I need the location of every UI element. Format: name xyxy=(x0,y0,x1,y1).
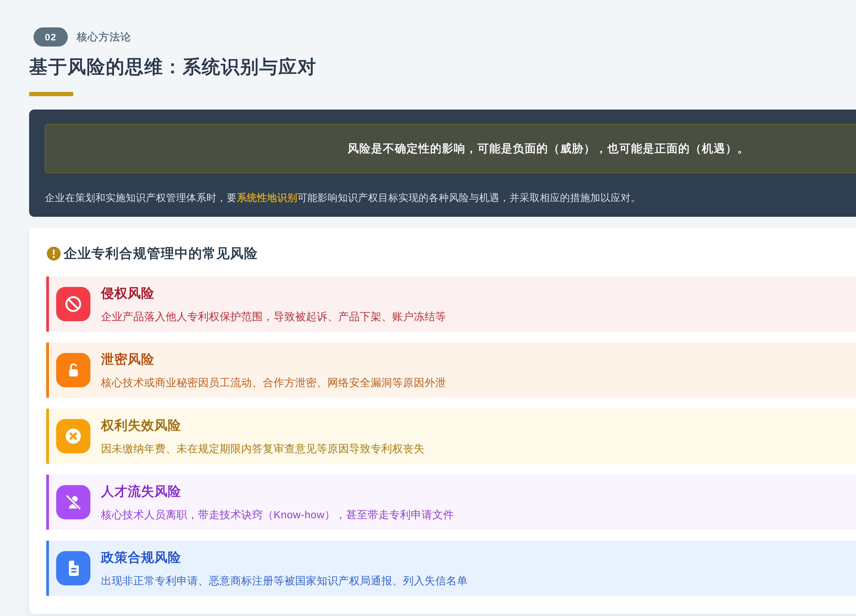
risk-row-policy: 政策合规风险 出现非正常专利申请、恶意商标注册等被国家知识产权局通报、列入失信名… xyxy=(46,541,856,596)
risk-texts: 侵权风险 企业产品落入他人专利权保护范围，导致被起诉、产品下架、账户冻结等 xyxy=(101,284,446,324)
section-eyebrow-label: 核心方法论 xyxy=(77,30,131,44)
page-title: 基于风险的思维：系统识别与应对 xyxy=(29,57,856,77)
slide-header: 02 核心方法论 xyxy=(29,28,856,46)
risk-texts: 政策合规风险 出现非正常专利申请、恶意商标注册等被国家知识产权局通报、列入失信名… xyxy=(101,549,468,588)
unlock-icon xyxy=(56,353,91,387)
title-divider xyxy=(29,92,73,96)
risk-definition-text: 风险是不确定性的影响，可能是负面的（威胁），也可能是正面的（机遇）。 xyxy=(348,141,749,156)
paragraph-prefix: 企业在策划和实施知识产权管理体系时，要 xyxy=(45,192,237,203)
risk-title: 侵权风险 xyxy=(101,284,446,302)
risk-texts: 人才流失风险 核心技术人员离职，带走技术诀窍（Know-how），甚至带走专利申… xyxy=(101,483,454,522)
risk-title: 政策合规风险 xyxy=(101,549,468,566)
file-text-icon xyxy=(56,551,91,585)
risk-title: 泄密风险 xyxy=(101,350,446,368)
risk-definition-quote-box: 风险是不确定性的影响，可能是负面的（威胁），也可能是正面的（机遇）。 xyxy=(45,124,856,173)
risk-texts: 权利失效风险 因未缴纳年费、未在规定期限内答复审查意见等原因导致专利权丧失 xyxy=(101,417,425,456)
risk-title: 权利失效风险 xyxy=(101,417,425,434)
risk-title: 人才流失风险 xyxy=(101,483,454,500)
risk-description: 核心技术人员离职，带走技术诀窍（Know-how），甚至带走专利申请文件 xyxy=(101,507,454,522)
risk-list: 侵权风险 企业产品落入他人专利权保护范围，导致被起诉、产品下架、账户冻结等 泄密… xyxy=(46,277,856,596)
risk-description: 核心技术或商业秘密因员工流动、合作方泄密、网络安全漏洞等原因外泄 xyxy=(101,375,446,390)
risk-row-talent-loss: 人才流失风险 核心技术人员离职，带走技术诀窍（Know-how），甚至带走专利申… xyxy=(46,475,856,530)
section-number-badge: 02 xyxy=(34,28,68,46)
definition-banner: 风险是不确定性的影响，可能是负面的（威胁），也可能是正面的（机遇）。 企业在策划… xyxy=(29,109,856,217)
banner-paragraph: 企业在策划和实施知识产权管理体系时，要系统性地识别可能影响知识产权目标实现的各种… xyxy=(45,190,856,205)
common-risks-card: 企业专利合规管理中的常见风险 侵权风险 企业产品落入他人专利权保护范围，导致被起… xyxy=(29,227,856,614)
slide-page: 02 核心方法论 基于风险的思维：系统识别与应对 风险是不确定性的影响，可能是负… xyxy=(0,0,856,616)
risk-description: 出现非正常专利申请、恶意商标注册等被国家知识产权局通报、列入失信名单 xyxy=(101,574,468,588)
risk-row-lapse: 权利失效风险 因未缴纳年费、未在规定期限内答复审查意见等原因导致专利权丧失 xyxy=(46,409,856,464)
risk-row-leak: 泄密风险 核心技术或商业秘密因员工流动、合作方泄密、网络安全漏洞等原因外泄 xyxy=(46,343,856,398)
risk-description: 企业产品落入他人专利权保护范围，导致被起诉、产品下架、账户冻结等 xyxy=(101,309,446,324)
paragraph-highlight: 系统性地识别 xyxy=(237,192,297,203)
alert-circle-icon xyxy=(46,246,61,261)
risk-texts: 泄密风险 核心技术或商业秘密因员工流动、合作方泄密、网络安全漏洞等原因外泄 xyxy=(101,350,446,390)
paragraph-suffix: 可能影响知识产权目标实现的各种风险与机遇，并采取相应的措施加以应对。 xyxy=(297,192,641,203)
person-off-icon xyxy=(56,485,91,519)
ban-icon xyxy=(56,287,91,321)
risk-description: 因未缴纳年费、未在规定期限内答复审查意见等原因导致专利权丧失 xyxy=(101,441,425,456)
card-heading: 企业专利合规管理中的常见风险 xyxy=(46,244,856,263)
x-circle-icon xyxy=(56,419,91,453)
card-heading-text: 企业专利合规管理中的常见风险 xyxy=(64,244,258,263)
risk-row-infringement: 侵权风险 企业产品落入他人专利权保护范围，导致被起诉、产品下架、账户冻结等 xyxy=(46,277,856,332)
